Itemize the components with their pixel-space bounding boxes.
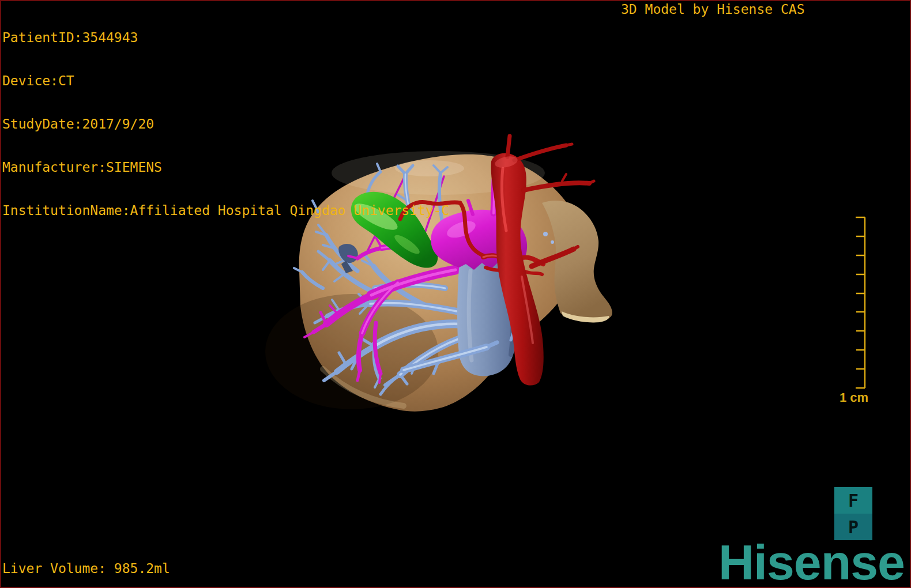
device-line: Device:CT: [2, 74, 449, 88]
liver-volume-readout: Liver Volume: 985.2ml: [2, 561, 170, 576]
orientation-marker: F P: [834, 487, 872, 540]
manufacturer-line: Manufacturer:SIEMENS: [2, 160, 449, 175]
patient-info-block: PatientID:3544943 Device:CT StudyDate:20…: [2, 2, 449, 232]
hisense-logo: Hisense: [718, 536, 911, 588]
ruler-label: 1 cm: [840, 390, 868, 405]
scale-ruler: 1 cm: [840, 217, 868, 405]
institution-name-line: InstitutionName:Affiliated Hospital Qing…: [2, 203, 449, 218]
watermark-title: 3D Model by Hisense CAS: [621, 2, 805, 17]
patient-id-line: PatientID:3544943: [2, 31, 449, 45]
study-date-line: StudyDate:2017/9/20: [2, 117, 449, 131]
orientation-front-label: F: [834, 487, 872, 514]
